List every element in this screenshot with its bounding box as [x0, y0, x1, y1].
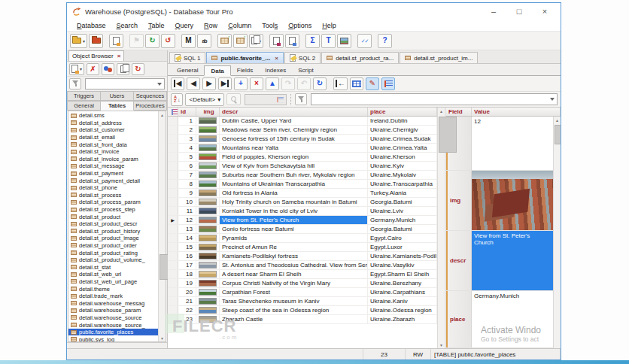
- table-row[interactable]: 1Dublin Castle, Upper YardIreland.Dublin: [168, 117, 437, 126]
- menu-item-query[interactable]: Query: [170, 22, 199, 29]
- sidebar-table-item[interactable]: detail.st_product_descr: [68, 220, 158, 228]
- table-row[interactable]: 9Old fortress in AlaniaTurkey.Alania: [168, 189, 437, 198]
- sidebar-table-item[interactable]: detail.st_stat: [68, 263, 158, 271]
- doc-tab[interactable]: SQL 2: [284, 52, 321, 63]
- table-row[interactable]: 19Corpus Christi Nativity of the Virgin …: [168, 279, 437, 288]
- menu-item-table[interactable]: Table: [143, 22, 170, 29]
- detail-row-img[interactable]: img: [446, 171, 553, 231]
- sidebar-table-item[interactable]: detail.st_invoice: [68, 148, 158, 156]
- sidebar-table-item[interactable]: detail.st_front_data: [68, 141, 158, 148]
- tab-script[interactable]: Script: [292, 65, 319, 75]
- undo-button[interactable]: ↺: [161, 34, 175, 48]
- objects-button[interactable]: [102, 63, 114, 75]
- close-tab-icon[interactable]: ×: [275, 55, 278, 62]
- doc-tab[interactable]: SQL 1: [169, 52, 205, 63]
- locate-input[interactable]: [245, 94, 287, 105]
- export-image-button[interactable]: [337, 34, 351, 48]
- tab-procedures[interactable]: Procedures: [134, 101, 167, 111]
- find-replace-button[interactable]: ab: [197, 34, 211, 48]
- doc-tab[interactable]: detail.st_product_im...: [400, 52, 478, 63]
- tab-tables[interactable]: Tables: [101, 101, 134, 111]
- first-record-button[interactable]: ◀: [171, 77, 184, 90]
- highlight-button[interactable]: ✎: [366, 77, 379, 90]
- object-browser-close-icon[interactable]: ×: [117, 53, 121, 59]
- sidebar-table-item[interactable]: detail.st_product_order: [68, 242, 158, 250]
- validate-button[interactable]: ✓✓: [357, 34, 372, 48]
- open-recent-button[interactable]: [89, 34, 103, 48]
- table-row[interactable]: 7Suburbs near Southern Buh river, Mykola…: [168, 171, 437, 180]
- table-row[interactable]: 16Kamianets-Podilskyi fortressUkraine.Ka…: [168, 252, 437, 261]
- table-row[interactable]: 21Taras Shevchenko museum in KanivUkrain…: [168, 297, 437, 306]
- export-table-button[interactable]: ↑: [233, 34, 248, 48]
- detail-row-id[interactable]: id12: [446, 117, 553, 171]
- sidebar-table-item[interactable]: detail.st_product: [68, 213, 158, 220]
- table-row[interactable]: 11Korniakt Tower in the old city of Lviv…: [168, 207, 437, 216]
- sidebar-table-item[interactable]: detail.st_product_history: [68, 228, 158, 235]
- table-row[interactable]: 6View of Kyiv from Schekavytsia hillUkra…: [168, 162, 437, 171]
- table-row[interactable]: 15Precinct of Amun ReEgypt.Luxor: [168, 243, 437, 252]
- sidebar-table-item[interactable]: detail.st_process: [68, 192, 158, 199]
- sidebar-table-item[interactable]: detail.warehouse_param: [68, 307, 158, 314]
- post-edit-button[interactable]: ↷: [281, 77, 295, 90]
- tab-users[interactable]: Users: [101, 91, 134, 101]
- column-header-descr[interactable]: descr: [220, 108, 368, 116]
- last-record-button[interactable]: ▶: [218, 77, 232, 90]
- sort-button[interactable]: AZ ↓: [171, 93, 183, 106]
- scroll-up-icon[interactable]: ▲: [438, 108, 445, 114]
- column-header-img[interactable]: img: [196, 108, 220, 116]
- sidebar-table-item[interactable]: detail.sms: [68, 112, 158, 120]
- sidebar-table-item[interactable]: detail.st_product_rating: [68, 249, 158, 256]
- sidebar-table-item[interactable]: detail.st_phone: [68, 184, 158, 192]
- sidebar-table-item[interactable]: detail.st_web_url_page: [68, 278, 158, 286]
- table-row[interactable]: 3Genoese fortress of 15th century in Sud…: [168, 135, 437, 144]
- refresh-connection-button[interactable]: ↻: [145, 34, 160, 48]
- aggregate-panel-button[interactable]: [381, 77, 395, 90]
- locate-button[interactable]: [226, 93, 241, 105]
- tab-general[interactable]: General: [171, 65, 204, 75]
- detail-scrollbar[interactable]: ▲: [553, 117, 561, 348]
- sidebar-table-item[interactable]: public.sys_log: [68, 335, 158, 341]
- refresh-objects-button[interactable]: ↻: [132, 63, 144, 75]
- delete-object-button[interactable]: ✗: [87, 63, 99, 75]
- detail-row-descr[interactable]: descrView from St. Peter's Church: [446, 231, 553, 291]
- sidebar-table-item[interactable]: detail.st_email: [68, 134, 158, 141]
- sidebar-table-item[interactable]: detail.st_invoice_param: [68, 156, 158, 163]
- collapse-panel-button[interactable]: ←: [333, 77, 348, 90]
- table-row[interactable]: 20Carpathian ForestUkraine.Carpathians: [168, 288, 437, 297]
- sidebar-table-item[interactable]: detail.warehouse_messag: [68, 299, 158, 307]
- object-filter-combo[interactable]: [85, 78, 165, 89]
- tab-general[interactable]: General: [67, 101, 101, 111]
- menu-item-column[interactable]: Column: [223, 22, 257, 29]
- maximize-button[interactable]: □: [506, 4, 532, 19]
- open-table-button[interactable]: ▾: [70, 34, 87, 48]
- table-row[interactable]: 14PyramidsEgypt.Cairo: [168, 234, 437, 243]
- table-row[interactable]: 18A desert near Sharm El SheihEgypt.Shar…: [168, 270, 437, 279]
- menu-item-tools[interactable]: Tools: [257, 22, 283, 29]
- sidebar-table-item[interactable]: public.favorite_places: [68, 329, 158, 336]
- sidebar-table-item[interactable]: detail.st_product_image: [68, 235, 158, 242]
- table-row[interactable]: 13Gonio fortress near BatumiGeorgia.Batu…: [168, 225, 437, 234]
- doc-tab[interactable]: public.favorite_...×: [206, 52, 283, 63]
- scroll-thumb[interactable]: [439, 117, 457, 153]
- scroll-up-icon[interactable]: ▲: [554, 117, 561, 123]
- scroll-thumb[interactable]: [555, 125, 561, 144]
- sidebar-table-item[interactable]: detail.trade_mark: [68, 293, 158, 300]
- table-row[interactable]: 4Mountains near YaltaUkraine.Crimea.Yalt…: [168, 144, 437, 153]
- sidebar-table-item[interactable]: detail.st_product_volume_: [68, 256, 158, 264]
- grid-view-button[interactable]: [350, 77, 363, 90]
- object-browser-tab[interactable]: Object Browser ×: [68, 50, 124, 61]
- insert-record-button[interactable]: +: [234, 77, 248, 90]
- table-row[interactable]: 17St. Antonius and Theodosius Cathedral.…: [168, 261, 437, 270]
- table-row[interactable]: 2Meadows near Seim river, Chernigiv regi…: [168, 126, 437, 135]
- print-preview-button[interactable]: [285, 34, 299, 48]
- scroll-up-icon[interactable]: ▲: [159, 111, 166, 118]
- object-filter-button[interactable]: [69, 78, 81, 89]
- doc-tab[interactable]: detail.st_product_ra...: [321, 52, 399, 63]
- delete-record-button[interactable]: ×: [250, 77, 263, 90]
- cancel-edit-button[interactable]: ↶: [297, 77, 311, 90]
- filter-combo[interactable]: [311, 93, 558, 105]
- menu-item-search[interactable]: Search: [111, 22, 144, 29]
- sidebar-table-item[interactable]: detail.st_address: [68, 120, 158, 127]
- menu-item-row[interactable]: Row: [199, 22, 223, 29]
- filter-button[interactable]: [295, 93, 307, 105]
